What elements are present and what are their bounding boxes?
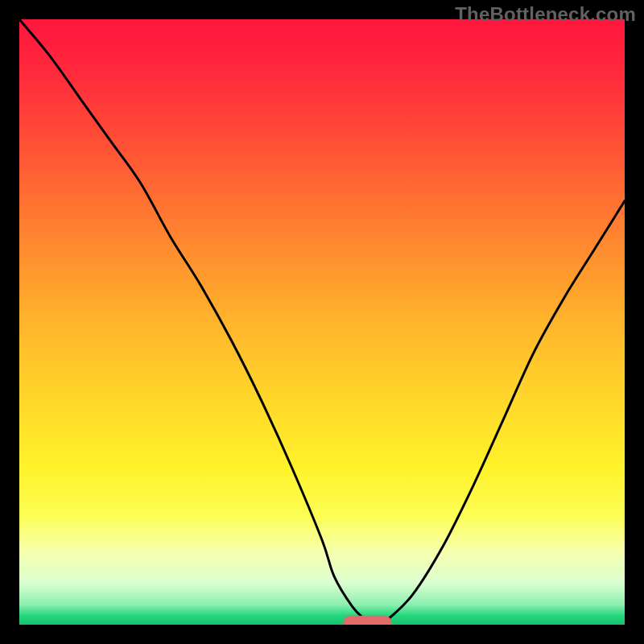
optimal-marker xyxy=(343,616,391,625)
plot-area xyxy=(19,19,625,625)
watermark-text: TheBottleneck.com xyxy=(455,3,636,26)
chart-svg xyxy=(19,19,625,625)
chart-container: TheBottleneck.com xyxy=(0,0,644,644)
gradient-background xyxy=(19,19,625,625)
